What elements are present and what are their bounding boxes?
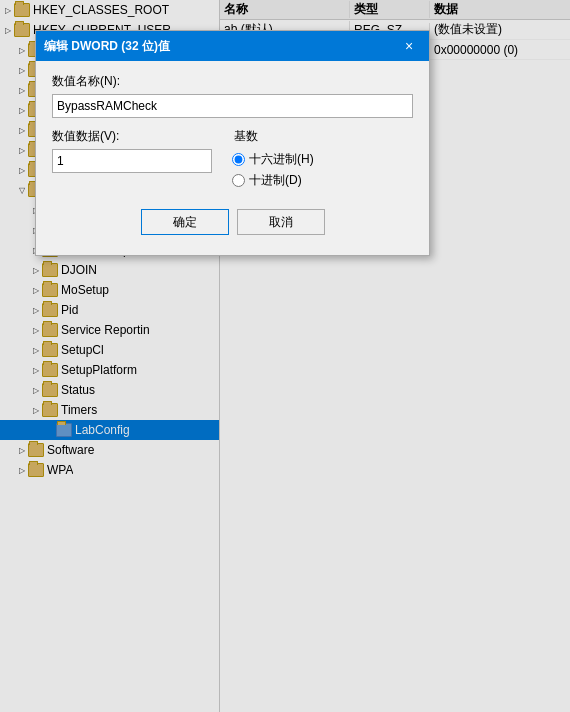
name-input[interactable] [52,94,413,118]
data-input[interactable] [52,149,212,173]
hex-radio[interactable] [232,153,245,166]
ok-button[interactable]: 确定 [141,209,229,235]
edit-dword-dialog: 编辑 DWORD (32 位)值 × 数值名称(N): 数值数据(V): 基数 … [35,30,430,256]
name-label: 数值名称(N): [52,73,413,90]
dialog-data-row: 数值数据(V): 基数 十六进制(H) 十进制(D) [52,128,413,193]
dialog-body: 数值名称(N): 数值数据(V): 基数 十六进制(H) 十进制(D) 确定 [36,61,429,255]
base-group: 基数 十六进制(H) 十进制(D) [232,128,314,193]
data-label: 数值数据(V): [52,128,212,145]
dec-label: 十进制(D) [249,172,302,189]
dialog-buttons: 确定 取消 [52,209,413,235]
hex-radio-row: 十六进制(H) [232,151,314,168]
cancel-button[interactable]: 取消 [237,209,325,235]
dec-radio-row: 十进制(D) [232,172,314,189]
dec-radio[interactable] [232,174,245,187]
data-input-group: 数值数据(V): [52,128,212,173]
dialog-close-button[interactable]: × [397,36,421,56]
dialog-title: 编辑 DWORD (32 位)值 [44,38,170,55]
dialog-titlebar: 编辑 DWORD (32 位)值 × [36,31,429,61]
base-legend: 基数 [232,128,258,145]
hex-label: 十六进制(H) [249,151,314,168]
